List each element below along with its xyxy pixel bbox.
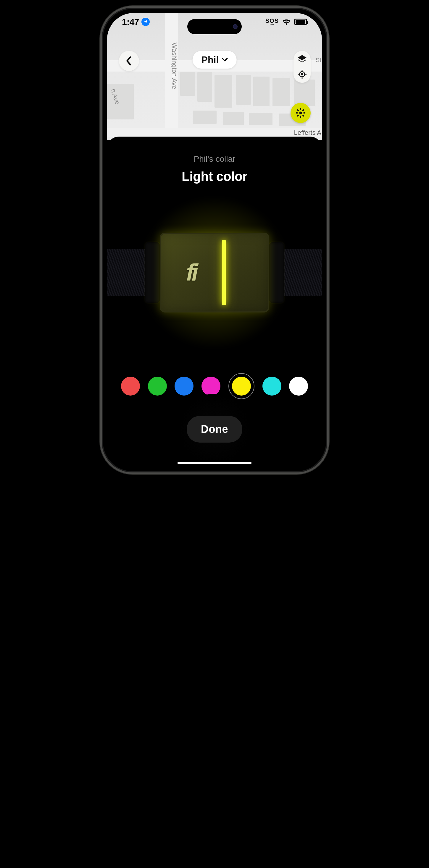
svg-rect-13	[297, 109, 299, 112]
svg-rect-12	[297, 115, 299, 117]
collar-preview: fi	[107, 196, 322, 349]
color-option-red[interactable]	[121, 377, 140, 396]
back-button[interactable]	[119, 51, 139, 71]
done-zone: Done	[179, 394, 250, 465]
dynamic-island	[187, 19, 242, 34]
phone-frame: Washington Ave h Ave St Lefferts A 1:47 …	[100, 6, 329, 474]
light-color-sheet: Phil's collar Light color fi Done	[107, 136, 322, 467]
chevron-down-icon	[222, 58, 228, 62]
svg-rect-7	[300, 108, 301, 111]
color-option-blue[interactable]	[175, 377, 194, 396]
color-option-magenta[interactable]	[201, 377, 221, 396]
map-label-washington: Washington Ave	[170, 42, 178, 89]
collar-light-strip	[222, 240, 226, 305]
sparkle-icon	[295, 107, 306, 118]
sheet-subtitle: Phil's collar	[194, 154, 235, 164]
done-button[interactable]: Done	[187, 416, 242, 442]
svg-rect-11	[302, 109, 305, 112]
svg-rect-9	[296, 112, 298, 114]
color-option-cyan[interactable]	[262, 377, 281, 396]
layers-icon[interactable]	[298, 55, 307, 63]
color-option-white[interactable]	[289, 377, 308, 396]
map-label-lefferts: Lefferts A	[294, 129, 321, 136]
map-label-st: St	[316, 57, 321, 64]
svg-rect-14	[302, 115, 305, 117]
color-option-yellow[interactable]	[228, 373, 254, 399]
svg-point-1	[302, 73, 303, 75]
map-controls	[293, 51, 311, 83]
front-camera	[233, 24, 237, 29]
wifi-icon	[282, 19, 290, 25]
svg-rect-8	[300, 116, 301, 118]
pet-selector[interactable]: Phil	[193, 51, 237, 69]
pet-name-label: Phil	[201, 54, 219, 65]
color-option-green[interactable]	[148, 377, 167, 396]
phone-screen: Washington Ave h Ave St Lefferts A 1:47 …	[107, 13, 322, 467]
status-time: 1:47	[122, 17, 139, 27]
collar-module: fi	[160, 233, 269, 312]
svg-point-6	[299, 112, 302, 115]
locate-icon[interactable]	[298, 70, 307, 79]
collar-light-button[interactable]	[290, 103, 311, 123]
battery-icon	[294, 19, 307, 25]
svg-rect-10	[303, 112, 306, 114]
sheet-title: Light color	[182, 169, 247, 184]
location-services-icon	[141, 18, 150, 26]
fi-logo: fi	[160, 259, 222, 286]
home-indicator[interactable]	[177, 462, 252, 464]
sos-indicator: SOS ••••	[265, 18, 279, 25]
